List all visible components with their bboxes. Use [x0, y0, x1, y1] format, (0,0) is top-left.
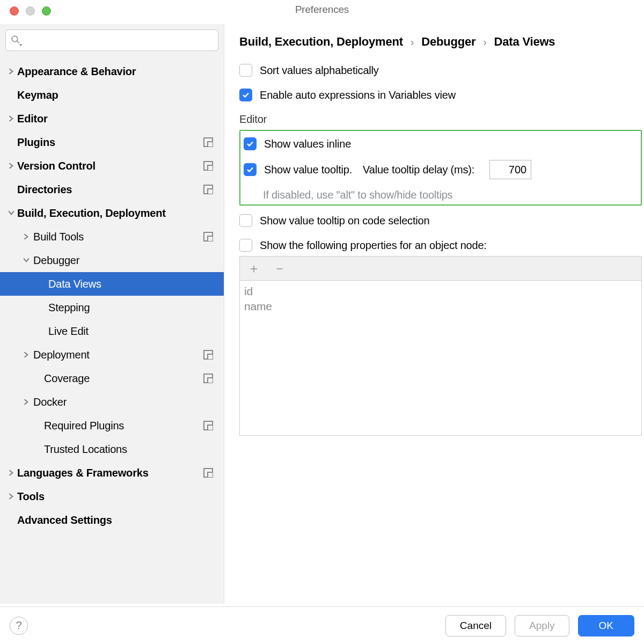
option-label: Show value tooltip on code selection — [260, 215, 429, 227]
tree-item-langfw[interactable]: Languages & Frameworks — [5, 461, 218, 485]
highlighted-editor-group: Show values inline Show value tooltip. V… — [239, 130, 642, 206]
content-pane: Build, Execution, Deployment › Debugger … — [224, 24, 644, 604]
list-item[interactable]: id — [244, 284, 637, 299]
option-label: Show the following properties for an obj… — [260, 239, 487, 252]
option-show-tooltip[interactable]: Show value tooltip. Value tooltip delay … — [244, 160, 638, 179]
window-maximize-icon[interactable] — [42, 6, 51, 16]
tree-item-trusted[interactable]: Trusted Locations — [5, 437, 218, 461]
tree-item-vcs[interactable]: Version Control — [5, 154, 218, 178]
chevron-down-icon — [20, 257, 32, 264]
option-sort-alpha[interactable]: Sort values alphabetically — [239, 64, 644, 77]
tree-item-bed[interactable]: Build, Execution, Deployment — [5, 201, 218, 225]
tree-item-tools[interactable]: Tools — [5, 485, 218, 508]
option-show-inline[interactable]: Show values inline — [244, 137, 638, 150]
delay-input[interactable] — [489, 160, 531, 179]
breadcrumb-seg[interactable]: Build, Execution, Deployment — [239, 35, 403, 48]
editor-section-label: Editor — [239, 113, 644, 126]
window-close-icon[interactable] — [10, 6, 19, 16]
option-tooltip-on-selection[interactable]: Show value tooltip on code selection — [239, 214, 644, 227]
tree-item-liveedit[interactable]: Live Edit — [5, 319, 218, 343]
properties-toolbar: ＋ － — [239, 256, 642, 280]
checkbox-unchecked-icon[interactable] — [239, 214, 252, 227]
tree-item-buildtools[interactable]: Build Tools — [5, 225, 218, 248]
checkbox-unchecked-icon[interactable] — [239, 239, 252, 252]
project-scope-icon — [203, 232, 213, 241]
chevron-down-icon — [5, 210, 17, 216]
project-scope-icon — [203, 374, 213, 383]
tree-item-plugins[interactable]: Plugins — [5, 130, 218, 154]
project-scope-icon — [203, 421, 213, 430]
option-label: Sort values alphabetically — [260, 64, 379, 77]
tree-item-keymap[interactable]: Keymap — [5, 83, 218, 107]
help-button[interactable]: ? — [10, 617, 28, 635]
tree-item-directories[interactable]: Directories — [5, 178, 218, 201]
window-minimize-icon — [26, 6, 35, 16]
chevron-right-icon — [20, 399, 32, 405]
chevron-right-icon: › — [406, 36, 418, 48]
chevron-right-icon — [5, 163, 17, 169]
project-scope-icon — [203, 137, 213, 147]
tree-item-coverage[interactable]: Coverage — [5, 367, 218, 390]
project-scope-icon — [203, 185, 213, 194]
cancel-button[interactable]: Cancel — [445, 615, 506, 636]
breadcrumb: Build, Execution, Deployment › Debugger … — [239, 35, 644, 49]
option-show-props[interactable]: Show the following properties for an obj… — [239, 239, 644, 252]
chevron-right-icon — [5, 493, 17, 500]
tree-item-editor[interactable]: Editor — [5, 107, 218, 130]
window-title: Preferences — [0, 4, 644, 24]
option-auto-expr[interactable]: Enable auto expressions in Variables vie… — [239, 89, 644, 101]
chevron-right-icon — [20, 352, 32, 358]
chevron-right-icon — [5, 68, 17, 75]
remove-icon[interactable]: － — [273, 262, 286, 275]
checkbox-checked-icon[interactable] — [244, 163, 257, 176]
tree-item-deployment[interactable]: Deployment — [5, 343, 218, 367]
project-scope-icon — [203, 161, 213, 171]
chevron-right-icon — [20, 233, 32, 240]
ok-button[interactable]: OK — [578, 615, 634, 636]
search-input[interactable] — [5, 30, 218, 51]
checkbox-checked-icon[interactable] — [244, 137, 257, 150]
checkbox-unchecked-icon[interactable] — [239, 64, 252, 77]
tree-item-reqplugins[interactable]: Required Plugins — [5, 414, 218, 437]
tree-item-docker[interactable]: Docker — [5, 390, 218, 414]
tree-item-stepping[interactable]: Stepping — [5, 296, 218, 319]
tree-item-advanced[interactable]: Advanced Settings — [5, 508, 218, 532]
tooltip-hint: If disabled, use "alt" to show/hide tool… — [244, 189, 638, 201]
tree-item-dataviews[interactable]: Data Views — [0, 272, 224, 296]
tree-item-debugger[interactable]: Debugger — [5, 248, 218, 272]
list-item[interactable]: name — [244, 299, 637, 314]
properties-list[interactable]: id name — [239, 280, 642, 436]
breadcrumb-seg[interactable]: Debugger — [421, 35, 475, 48]
option-label: Show value tooltip. — [264, 164, 352, 176]
chevron-right-icon — [5, 470, 17, 476]
project-scope-icon — [203, 350, 213, 360]
chevron-right-icon: › — [479, 36, 491, 48]
settings-tree: Appearance & Behavior Keymap Editor Plug… — [5, 60, 218, 532]
option-label: Show values inline — [264, 138, 351, 150]
checkbox-checked-icon[interactable] — [239, 89, 252, 101]
search-box: ▾ — [5, 30, 218, 51]
tree-item-appearance[interactable]: Appearance & Behavior — [5, 60, 218, 83]
option-label: Enable auto expressions in Variables vie… — [260, 89, 456, 101]
breadcrumb-seg[interactable]: Data Views — [494, 35, 555, 48]
add-icon[interactable]: ＋ — [247, 262, 260, 275]
project-scope-icon — [203, 468, 213, 478]
chevron-right-icon — [5, 115, 17, 122]
search-history-chevron-icon[interactable]: ▾ — [19, 42, 22, 48]
delay-label: Value tooltip delay (ms): — [363, 164, 474, 176]
apply-button[interactable]: Apply — [515, 615, 569, 636]
sidebar: ▾ Appearance & Behavior Keymap Editor Pl… — [0, 24, 224, 604]
dialog-footer: ? Cancel Apply OK — [0, 606, 644, 644]
